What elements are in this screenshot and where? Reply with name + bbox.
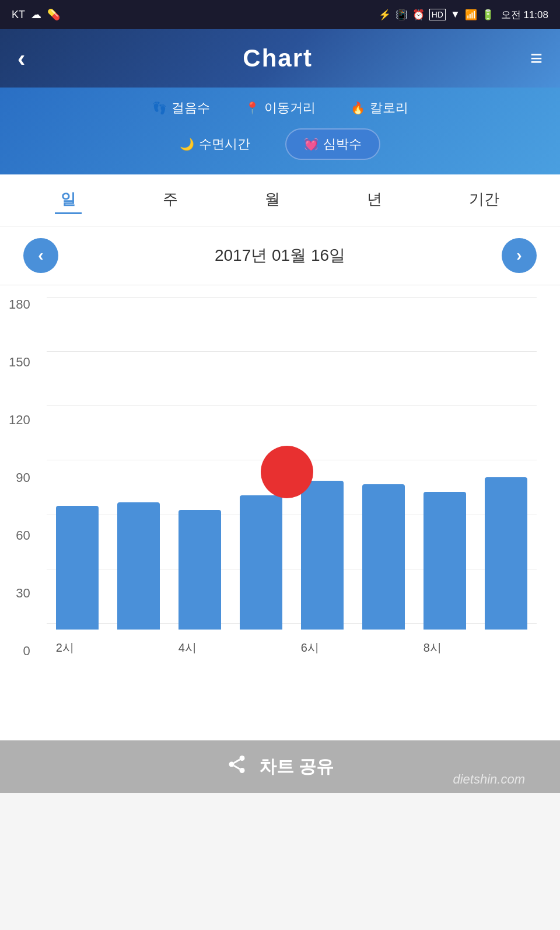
steps-icon: 👣 — [152, 101, 167, 115]
bar-5 — [362, 484, 405, 630]
share-label: 차트 공유 — [259, 755, 334, 779]
bar-group-1 — [108, 303, 169, 630]
tab-period[interactable]: 기간 — [463, 186, 505, 214]
bluetooth-icon: ⚡ — [379, 9, 391, 21]
distance-icon: 📍 — [245, 101, 260, 115]
svg-line-3 — [234, 765, 240, 769]
filter-sleep-label: 수면시간 — [199, 135, 250, 153]
svg-point-2 — [239, 768, 244, 773]
cloud-icon: ☁ — [31, 8, 41, 21]
carrier-label: KT — [12, 9, 25, 21]
prev-date-button[interactable]: ‹ — [23, 238, 58, 273]
y-axis: 180 150 120 90 60 30 0 — [9, 297, 30, 659]
filter-heartrate[interactable]: 💓 심박수 — [285, 128, 380, 160]
date-navigation: ‹ 2017년 01월 16일 › — [0, 226, 560, 285]
filter-calories-label: 칼로리 — [370, 99, 408, 117]
chart-container: 180 150 120 90 60 30 0 2시4시6시8시 — [47, 297, 537, 659]
bar-2: 4시 — [178, 510, 222, 630]
page-title: Chart — [243, 44, 313, 72]
bar-label-6: 8시 — [424, 640, 442, 656]
status-right: ⚡ 📳 ⏰ HD ▼ 📶 🔋 오전 11:08 — [379, 8, 548, 22]
vibrate-icon: 📳 — [396, 9, 408, 21]
current-date: 2017년 01월 16일 — [215, 244, 345, 267]
time-label: 오전 11:08 — [501, 8, 548, 22]
next-date-button[interactable]: › — [502, 238, 537, 273]
share-icon — [226, 754, 247, 779]
heartrate-icon: 💓 — [304, 137, 318, 151]
bar-3 — [240, 495, 283, 630]
alarm-icon: ⏰ — [412, 9, 425, 21]
filter-steps-label: 걸음수 — [172, 99, 210, 117]
filter-distance-label: 이동거리 — [264, 99, 316, 117]
bar-6: 8시 — [424, 492, 467, 630]
tab-week[interactable]: 주 — [157, 186, 184, 214]
filter-section: 👣 걸음수 📍 이동거리 🔥 칼로리 🌙 수면시간 💓 심박수 — [0, 88, 560, 174]
svg-point-1 — [229, 762, 234, 767]
filter-sleep[interactable]: 🌙 수면시간 — [180, 128, 250, 160]
bar-group-5 — [353, 303, 414, 630]
grid-line-180 — [47, 297, 537, 298]
svg-point-0 — [239, 756, 244, 761]
y-label-120: 120 — [9, 412, 30, 428]
filter-steps[interactable]: 👣 걸음수 — [152, 99, 210, 117]
battery-icon: 🔋 — [482, 9, 494, 21]
data-bubble — [261, 446, 313, 498]
brand-text: dietshin.com — [453, 772, 525, 787]
bar-group-6: 8시 — [414, 303, 475, 630]
share-bar[interactable]: 차트 공유 dietshin.com — [0, 740, 560, 793]
sleep-icon: 🌙 — [180, 137, 194, 151]
bar-0: 2시 — [56, 506, 99, 630]
wifi-icon: ▼ — [450, 9, 460, 20]
signal-icon: 📶 — [465, 9, 477, 21]
chart-area: 180 150 120 90 60 30 0 2시4시6시8시 — [0, 285, 560, 694]
y-label-30: 30 — [9, 586, 30, 601]
svg-line-4 — [234, 760, 240, 763]
bar-group-0: 2시 — [47, 303, 108, 630]
hd-icon: HD — [429, 9, 446, 20]
y-label-0: 0 — [9, 644, 30, 659]
bar-label-4: 6시 — [301, 640, 319, 656]
period-tabs: 일 주 월 년 기간 — [0, 174, 560, 226]
bar-group-7 — [475, 303, 537, 630]
status-bar: KT ☁ 💊 ⚡ 📳 ⏰ HD ▼ 📶 🔋 오전 11:08 — [0, 0, 560, 29]
filter-heartrate-label: 심박수 — [323, 135, 362, 153]
filter-calories[interactable]: 🔥 칼로리 — [351, 99, 408, 117]
bar-group-2: 4시 — [169, 303, 230, 630]
bar-1 — [117, 502, 160, 630]
y-label-90: 90 — [9, 470, 30, 485]
header: ‹ Chart ≡ — [0, 29, 560, 88]
bar-label-0: 2시 — [56, 640, 74, 656]
status-left: KT ☁ 💊 — [12, 8, 60, 21]
chart-spacer — [0, 694, 560, 740]
tab-month[interactable]: 월 — [259, 186, 286, 214]
y-label-180: 180 — [9, 297, 30, 312]
back-button[interactable]: ‹ — [18, 46, 25, 72]
tab-year[interactable]: 년 — [361, 186, 388, 214]
filter-distance[interactable]: 📍 이동거리 — [245, 99, 316, 117]
pill-icon: 💊 — [47, 8, 60, 21]
bar-4: 6시 — [301, 481, 344, 630]
filter-row-1: 👣 걸음수 📍 이동거리 🔥 칼로리 — [18, 99, 542, 117]
tab-day[interactable]: 일 — [55, 186, 82, 214]
bar-7 — [485, 477, 528, 630]
menu-button[interactable]: ≡ — [530, 46, 542, 71]
filter-row-2: 🌙 수면시간 💓 심박수 — [18, 128, 542, 160]
calories-icon: 🔥 — [351, 101, 365, 115]
y-label-150: 150 — [9, 355, 30, 370]
bar-label-2: 4시 — [178, 640, 197, 656]
y-label-60: 60 — [9, 528, 30, 543]
